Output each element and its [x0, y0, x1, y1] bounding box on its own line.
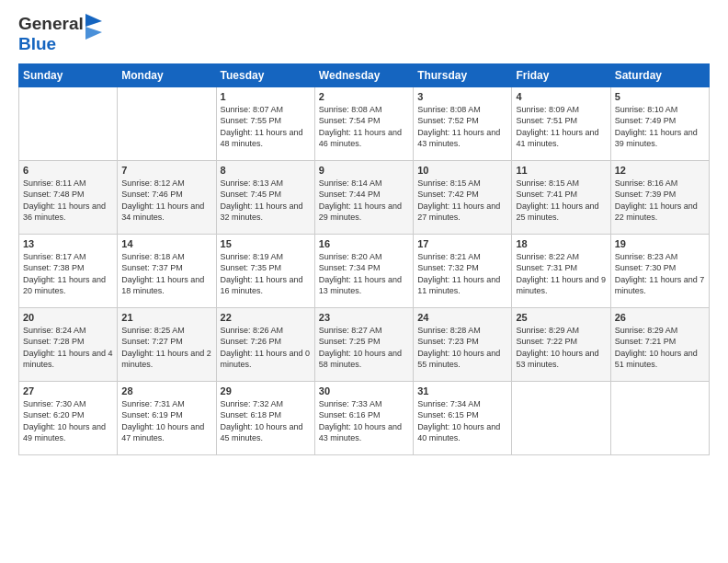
day-cell: 5Sunrise: 8:10 AM Sunset: 7:49 PM Daylig… [610, 86, 709, 160]
col-header-saturday: Saturday [610, 63, 709, 86]
day-number: 18 [516, 238, 606, 249]
week-row-2: 6Sunrise: 8:11 AM Sunset: 7:48 PM Daylig… [19, 160, 710, 234]
day-number: 8 [221, 165, 311, 176]
col-header-tuesday: Tuesday [216, 63, 314, 86]
day-number: 23 [319, 312, 409, 323]
day-cell [512, 381, 610, 454]
day-info: Sunrise: 8:25 AM Sunset: 7:27 PM Dayligh… [121, 325, 211, 371]
day-info: Sunrise: 8:12 AM Sunset: 7:46 PM Dayligh… [121, 178, 211, 224]
day-number: 9 [319, 165, 409, 176]
week-row-1: 1Sunrise: 8:07 AM Sunset: 7:55 PM Daylig… [19, 86, 710, 160]
day-cell: 11Sunrise: 8:15 AM Sunset: 7:41 PM Dayli… [512, 160, 610, 234]
day-info: Sunrise: 8:08 AM Sunset: 7:54 PM Dayligh… [319, 104, 409, 150]
day-cell [19, 86, 118, 160]
logo: General Blue [18, 14, 102, 54]
day-number: 26 [615, 312, 705, 323]
day-cell: 20Sunrise: 8:24 AM Sunset: 7:28 PM Dayli… [19, 307, 118, 381]
day-info: Sunrise: 8:16 AM Sunset: 7:39 PM Dayligh… [615, 178, 705, 224]
day-cell: 21Sunrise: 8:25 AM Sunset: 7:27 PM Dayli… [118, 307, 216, 381]
logo-area: General Blue [18, 14, 102, 54]
day-cell: 1Sunrise: 8:07 AM Sunset: 7:55 PM Daylig… [216, 86, 314, 160]
day-info: Sunrise: 7:34 AM Sunset: 6:15 PM Dayligh… [417, 398, 507, 444]
day-cell: 30Sunrise: 7:33 AM Sunset: 6:16 PM Dayli… [314, 381, 413, 454]
day-number: 2 [319, 91, 409, 102]
day-info: Sunrise: 8:27 AM Sunset: 7:25 PM Dayligh… [319, 325, 409, 371]
day-number: 17 [417, 238, 507, 249]
day-info: Sunrise: 8:11 AM Sunset: 7:48 PM Dayligh… [23, 178, 113, 224]
day-info: Sunrise: 8:19 AM Sunset: 7:35 PM Dayligh… [221, 251, 311, 297]
day-cell: 6Sunrise: 8:11 AM Sunset: 7:48 PM Daylig… [19, 160, 118, 234]
day-number: 27 [23, 385, 113, 396]
day-info: Sunrise: 8:26 AM Sunset: 7:26 PM Dayligh… [221, 325, 311, 371]
day-number: 30 [319, 385, 409, 396]
page: General Blue SundayMondayTuesdayWednesda… [0, 0, 728, 563]
day-cell: 28Sunrise: 7:31 AM Sunset: 6:19 PM Dayli… [118, 381, 216, 454]
day-cell [118, 86, 216, 160]
day-number: 12 [615, 165, 705, 176]
day-cell: 17Sunrise: 8:21 AM Sunset: 7:32 PM Dayli… [414, 234, 512, 307]
day-info: Sunrise: 7:31 AM Sunset: 6:19 PM Dayligh… [121, 398, 211, 444]
day-cell: 9Sunrise: 8:14 AM Sunset: 7:44 PM Daylig… [314, 160, 413, 234]
col-header-monday: Monday [118, 63, 216, 86]
day-cell: 23Sunrise: 8:27 AM Sunset: 7:25 PM Dayli… [314, 307, 413, 381]
day-info: Sunrise: 8:23 AM Sunset: 7:30 PM Dayligh… [615, 251, 705, 297]
day-number: 4 [516, 91, 606, 102]
day-info: Sunrise: 8:15 AM Sunset: 7:42 PM Dayligh… [417, 178, 507, 224]
day-cell: 19Sunrise: 8:23 AM Sunset: 7:30 PM Dayli… [610, 234, 709, 307]
svg-marker-1 [85, 27, 102, 40]
day-cell: 25Sunrise: 8:29 AM Sunset: 7:22 PM Dayli… [512, 307, 610, 381]
day-number: 21 [121, 312, 211, 323]
day-cell: 27Sunrise: 7:30 AM Sunset: 6:20 PM Dayli… [19, 381, 118, 454]
day-number: 29 [221, 385, 311, 396]
day-number: 25 [516, 312, 606, 323]
day-number: 20 [23, 312, 113, 323]
day-cell: 3Sunrise: 8:08 AM Sunset: 7:52 PM Daylig… [414, 86, 512, 160]
day-cell: 15Sunrise: 8:19 AM Sunset: 7:35 PM Dayli… [216, 234, 314, 307]
day-info: Sunrise: 8:08 AM Sunset: 7:52 PM Dayligh… [417, 104, 507, 150]
day-info: Sunrise: 8:29 AM Sunset: 7:22 PM Dayligh… [516, 325, 606, 371]
day-number: 6 [23, 165, 113, 176]
day-number: 14 [121, 238, 211, 249]
day-cell [610, 381, 709, 454]
day-number: 1 [221, 91, 311, 102]
calendar-table: SundayMondayTuesdayWednesdayThursdayFrid… [18, 63, 710, 455]
day-cell: 2Sunrise: 8:08 AM Sunset: 7:54 PM Daylig… [314, 86, 413, 160]
day-cell: 13Sunrise: 8:17 AM Sunset: 7:38 PM Dayli… [19, 234, 118, 307]
day-cell: 10Sunrise: 8:15 AM Sunset: 7:42 PM Dayli… [414, 160, 512, 234]
day-info: Sunrise: 7:32 AM Sunset: 6:18 PM Dayligh… [221, 398, 311, 444]
logo-flag-icon [85, 14, 102, 41]
day-info: Sunrise: 7:33 AM Sunset: 6:16 PM Dayligh… [319, 398, 409, 444]
day-number: 15 [221, 238, 311, 249]
day-info: Sunrise: 8:21 AM Sunset: 7:32 PM Dayligh… [417, 251, 507, 297]
day-number: 10 [417, 165, 507, 176]
day-cell: 8Sunrise: 8:13 AM Sunset: 7:45 PM Daylig… [216, 160, 314, 234]
day-cell: 29Sunrise: 7:32 AM Sunset: 6:18 PM Dayli… [216, 381, 314, 454]
day-cell: 7Sunrise: 8:12 AM Sunset: 7:46 PM Daylig… [118, 160, 216, 234]
day-info: Sunrise: 8:18 AM Sunset: 7:37 PM Dayligh… [121, 251, 211, 297]
day-info: Sunrise: 8:09 AM Sunset: 7:51 PM Dayligh… [516, 104, 606, 150]
day-info: Sunrise: 8:07 AM Sunset: 7:55 PM Dayligh… [221, 104, 311, 150]
col-header-wednesday: Wednesday [314, 63, 413, 86]
day-info: Sunrise: 8:22 AM Sunset: 7:31 PM Dayligh… [516, 251, 606, 297]
day-number: 31 [417, 385, 507, 396]
week-row-5: 27Sunrise: 7:30 AM Sunset: 6:20 PM Dayli… [19, 381, 710, 454]
day-info: Sunrise: 7:30 AM Sunset: 6:20 PM Dayligh… [23, 398, 113, 444]
day-info: Sunrise: 8:17 AM Sunset: 7:38 PM Dayligh… [23, 251, 113, 297]
col-header-friday: Friday [512, 63, 610, 86]
col-header-sunday: Sunday [19, 63, 118, 86]
day-cell: 31Sunrise: 7:34 AM Sunset: 6:15 PM Dayli… [414, 381, 512, 454]
week-row-4: 20Sunrise: 8:24 AM Sunset: 7:28 PM Dayli… [19, 307, 710, 381]
day-number: 13 [23, 238, 113, 249]
day-number: 3 [417, 91, 507, 102]
day-cell: 14Sunrise: 8:18 AM Sunset: 7:37 PM Dayli… [118, 234, 216, 307]
day-number: 24 [417, 312, 507, 323]
day-cell: 12Sunrise: 8:16 AM Sunset: 7:39 PM Dayli… [610, 160, 709, 234]
day-number: 5 [615, 91, 705, 102]
day-number: 7 [121, 165, 211, 176]
day-number: 11 [516, 165, 606, 176]
day-info: Sunrise: 8:24 AM Sunset: 7:28 PM Dayligh… [23, 325, 113, 371]
day-cell: 22Sunrise: 8:26 AM Sunset: 7:26 PM Dayli… [216, 307, 314, 381]
day-cell: 16Sunrise: 8:20 AM Sunset: 7:34 PM Dayli… [314, 234, 413, 307]
day-info: Sunrise: 8:29 AM Sunset: 7:21 PM Dayligh… [615, 325, 705, 371]
day-info: Sunrise: 8:20 AM Sunset: 7:34 PM Dayligh… [319, 251, 409, 297]
